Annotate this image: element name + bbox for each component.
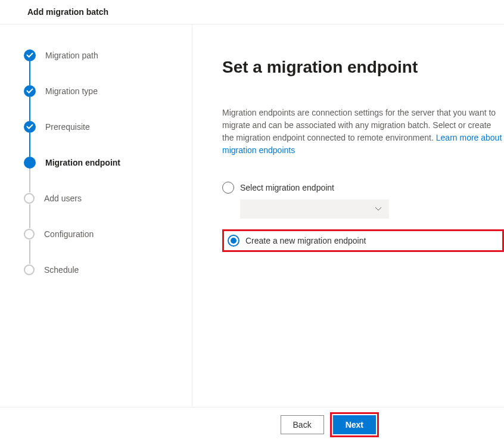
- next-button[interactable]: Next: [333, 415, 376, 434]
- back-button[interactable]: Back: [281, 415, 324, 434]
- step-connector: [29, 133, 30, 157]
- step-label: Migration type: [45, 86, 98, 96]
- step-label: Migration path: [45, 51, 98, 60]
- wizard-header: Add migration batch: [0, 0, 504, 24]
- page-title: Set a migration endpoint: [222, 58, 504, 77]
- step-prerequisite[interactable]: Prerequisite: [24, 121, 192, 133]
- step-label: Migration endpoint: [45, 158, 120, 167]
- wizard-layout: Migration path Migration type Prerequisi…: [0, 24, 504, 406]
- wizard-footer: Back Next: [0, 407, 504, 442]
- radio-select-endpoint[interactable]: Select migration endpoint: [222, 179, 504, 196]
- step-label: Add users: [44, 194, 82, 203]
- step-migration-endpoint[interactable]: Migration endpoint: [24, 157, 192, 169]
- radio-create-endpoint[interactable]: Create a new migration endpoint: [228, 235, 366, 247]
- endpoint-radio-group: Select migration endpoint Create a new m…: [222, 179, 504, 252]
- step-connector: [29, 204, 30, 228]
- step-configuration[interactable]: Configuration: [24, 228, 192, 240]
- step-sidebar: Migration path Migration type Prerequisi…: [0, 24, 192, 406]
- highlight-create-endpoint: Create a new migration endpoint: [222, 229, 504, 252]
- check-icon: [24, 121, 36, 133]
- radio-label: Create a new migration endpoint: [245, 236, 366, 245]
- step-connector: [29, 240, 30, 264]
- wizard-title: Add migration batch: [27, 7, 504, 17]
- highlight-next-button: Next: [330, 412, 379, 437]
- step-migration-path[interactable]: Migration path: [24, 49, 192, 61]
- page-description: Migration endpoints are connection setti…: [222, 107, 504, 157]
- step-list: Migration path Migration type Prerequisi…: [24, 49, 192, 276]
- check-icon: [24, 85, 36, 97]
- step-label: Configuration: [44, 229, 94, 239]
- step-schedule[interactable]: Schedule: [24, 264, 192, 276]
- pending-step-icon: [24, 193, 35, 204]
- endpoint-dropdown[interactable]: [240, 200, 389, 219]
- step-label: Prerequisite: [45, 122, 90, 132]
- current-step-icon: [24, 157, 36, 169]
- pending-step-icon: [24, 264, 35, 275]
- chevron-down-icon: [375, 207, 382, 211]
- radio-label: Select migration endpoint: [240, 183, 334, 192]
- check-icon: [24, 49, 36, 61]
- step-connector: [29, 169, 30, 192]
- radio-icon: [222, 182, 234, 194]
- main-content: Set a migration endpoint Migration endpo…: [192, 24, 504, 406]
- pending-step-icon: [24, 229, 35, 239]
- radio-icon: [228, 235, 239, 247]
- step-add-users[interactable]: Add users: [24, 192, 192, 204]
- step-connector: [29, 61, 30, 85]
- step-migration-type[interactable]: Migration type: [24, 85, 192, 97]
- step-label: Schedule: [44, 265, 79, 275]
- step-connector: [29, 97, 30, 121]
